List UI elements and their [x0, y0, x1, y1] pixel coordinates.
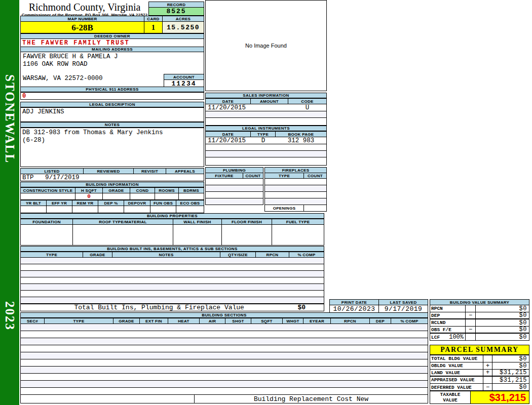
building-value-summary: BUILDING VALUE SUMMARY RPCN $0 DEP − $0 … [430, 299, 529, 341]
fun-obs-label: FUN OBS [150, 200, 176, 206]
empty-row [206, 157, 326, 164]
bvs-row-lcf: LCF 100% $0 [430, 334, 529, 341]
acres-value: 15.5250 [163, 22, 204, 33]
empty-row [265, 192, 326, 198]
construction-style-label: CONSTRUCTION STYLE [21, 188, 75, 193]
district-sidebar: STONEWALL 2023 [0, 0, 19, 405]
ps-row-appraised: APPRAISED VALUE $31,215 [430, 377, 529, 384]
empty-row [21, 388, 428, 395]
sales-date-value: 11/20/2015 [206, 104, 251, 111]
empty-row [206, 151, 326, 157]
bs-sqft-label: SQFT [251, 318, 283, 323]
empty-row [21, 367, 428, 374]
floor-finish-label: FLOOR FINISH [222, 219, 272, 224]
foundation-label: FOUNDATION [21, 219, 73, 224]
replacement-cost-note: Building Replacement Cost New [195, 395, 428, 403]
record-box: RECORD 8525 [148, 2, 204, 16]
mailing-line-1: FAWVER BRUCE H & PAMELA J [23, 53, 118, 60]
empty-row [21, 264, 324, 271]
empty-row [21, 338, 428, 345]
building-information-row2: YR BLT EFF YR REM YR DEP % DEPOVR FUN OB… [20, 200, 204, 213]
built-ins-total-label: Total Built Ins, Plumbing & Fireplace Va… [21, 304, 297, 311]
li-date-label: DATE [206, 132, 251, 137]
deeded-owner-value: THE FAWVER FAMILY TRUST [20, 39, 204, 47]
bs-whgt-label: WHGT [283, 318, 303, 323]
plumbing-title: PLUMBING [206, 168, 263, 173]
empty-row [21, 381, 428, 388]
empty-row [21, 258, 324, 264]
no-image-text: No Image Found [245, 43, 287, 49]
rooms-value [155, 193, 179, 199]
bvs-row-dep: DEP − $0 [430, 312, 529, 319]
dep-pct-label: DEP % [98, 200, 124, 206]
ps-row-total-bldg: TOTAL BLDG VALUE $0 [430, 355, 529, 362]
parcel-summary-table: TOTAL BLDG VALUE $0 OBLDG VALUE + $0 LAN… [430, 355, 529, 391]
property-photo-placeholder: No Image Found [205, 0, 327, 91]
sales-information-header: SALES INFORMATION [205, 93, 327, 98]
account-value: 11234 [164, 80, 204, 87]
eco-obs-label: ECO OBS [176, 200, 204, 206]
appeals-label: APPEALS [166, 169, 204, 174]
h-sqft-label: H SQFT [75, 188, 103, 193]
bs-shgt-label: SHGT [225, 318, 251, 323]
empty-row [206, 144, 326, 151]
map-number-value: 6-28B [21, 22, 144, 33]
notes-line-2: (6-28) [22, 137, 45, 144]
empty-row [21, 359, 428, 367]
building-properties-table: FOUNDATION ROOF TYPE/MATERIAL WALL FINIS… [20, 219, 324, 246]
empty-row [21, 352, 428, 359]
empty-row [21, 374, 428, 381]
empty-row [21, 284, 324, 291]
bvs-row-obs: OBS F/E − $0 [430, 327, 529, 334]
print-date-label: PRINT DATE [330, 300, 379, 305]
print-info: PRINT DATE LAST SAVED 10/26/2023 9/17/20… [329, 299, 428, 313]
card-value: 1 [144, 22, 163, 33]
li-type-value: D [251, 137, 276, 144]
yr-blt-label: YR BLT [21, 200, 47, 206]
lcf-percent: 100% [449, 334, 464, 341]
building-properties-header: BUILDING PROPERTIES [20, 213, 324, 219]
map-card-acres: MAP NUMBER CARD ACRES 6-28B 1 15.5250 [20, 16, 204, 33]
rooms-label: ROOMS [155, 188, 179, 193]
mailing-line-2: 1106 OAK ROW ROAD [23, 61, 88, 68]
building-sections-header: BUILDING SECTIONS [20, 312, 428, 318]
mailing-line-3: WARSAW, VA 22572-0000 [23, 75, 103, 82]
deeded-owner-header: DEEDED OWNER [20, 33, 204, 39]
ps-row-land: LAND VALUE + $31,215 [430, 370, 529, 377]
sales-date-label: DATE [206, 99, 251, 104]
bs-sec-label: SEC# [21, 318, 45, 323]
physical-911-value: 0 [21, 93, 26, 100]
wall-finish-label: WALL FINISH [173, 219, 222, 224]
empty-row [206, 111, 326, 118]
empty-row [206, 118, 326, 125]
empty-row [21, 331, 428, 338]
openings-value [304, 205, 326, 212]
openings-row: OPENINGS [265, 205, 326, 212]
reviewed-label: REVIEWED [84, 169, 134, 174]
empty-row [21, 324, 428, 331]
built-ins-total-value: $0 [297, 304, 306, 311]
bi-notes-label: NOTES [112, 252, 220, 257]
legal-description-value: ADJ JENKINS [22, 108, 64, 115]
eff-yr-label: EFF YR [47, 200, 72, 206]
li-date-value: 11/20/2015 [206, 137, 251, 144]
bs-dep-label: DEP [370, 318, 391, 323]
cond-value [130, 193, 155, 199]
sales-amount-value [251, 104, 288, 111]
account-label: ACCOUNT [164, 74, 204, 79]
taxable-value-amount: $31,215 [471, 391, 529, 403]
physical-911-header: PHYSICAL 911 ADDRESS [20, 87, 204, 92]
county-header: Richmond County, Virginia Commissioner o… [21, 2, 148, 17]
bdrms-label: BDRMS [179, 188, 204, 193]
ps-row-obldg: OBLDG VALUE + $0 [430, 362, 529, 370]
li-bookpage-label: BOOK PAGE [276, 132, 326, 137]
bi-rpcn-label: RPCN [256, 252, 289, 257]
mailing-address-header: MAILING ADDRESS [20, 47, 204, 52]
built-ins-header: BUILDING BUILT INS, BASEMENTS, ATTICS & … [20, 246, 324, 252]
bs-grade-label: GRADE [113, 318, 140, 323]
roof-type-label: ROOF TYPE/MATERIAL [73, 219, 173, 224]
empty-row [206, 198, 263, 205]
legal-description-header: LEGAL DESCRIPTION [20, 102, 204, 107]
acres-label: ACRES [163, 16, 204, 21]
bs-eyear-label: EYEAR [303, 318, 331, 323]
